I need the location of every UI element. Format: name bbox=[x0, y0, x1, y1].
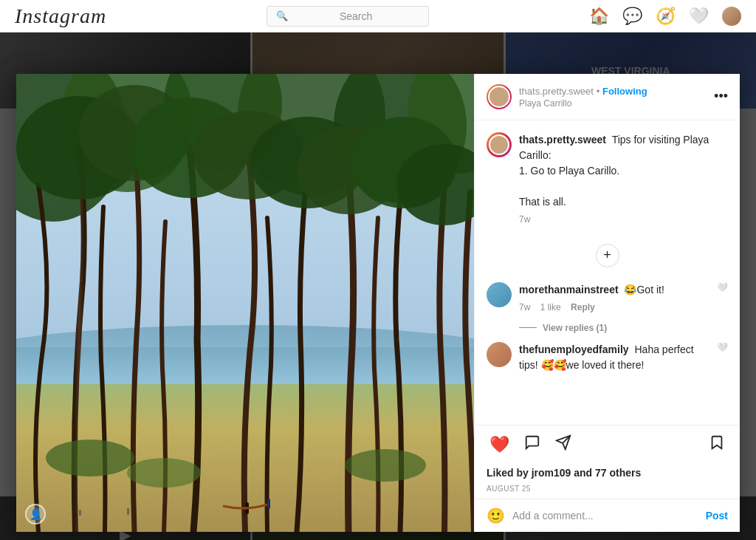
replies-line bbox=[519, 327, 537, 328]
post-author-info: thats.pretty.sweet • Following Playa Car… bbox=[519, 85, 707, 109]
comment-1-avatar[interactable] bbox=[487, 282, 512, 307]
comment-2: thefunemployedfamily Haha perfect tips! … bbox=[487, 342, 728, 373]
app-header: Instagram 🔍 🏠 💬 🧭 🤍 bbox=[0, 0, 756, 33]
comments-scroll-area[interactable]: thats.pretty.sweet Tips for visiting Pla… bbox=[475, 120, 740, 425]
comment-2-avatar[interactable] bbox=[487, 342, 512, 367]
caption-body: thats.pretty.sweet Tips for visiting Pla… bbox=[519, 132, 728, 226]
search-icon: 🔍 bbox=[276, 10, 288, 21]
svg-point-18 bbox=[46, 440, 134, 476]
share-icon bbox=[555, 434, 571, 451]
svg-rect-22 bbox=[267, 499, 270, 509]
instagram-logo: Instagram bbox=[15, 4, 106, 28]
add-comment-input[interactable] bbox=[512, 510, 698, 522]
following-label[interactable]: Following bbox=[602, 86, 647, 97]
username-text: thats.pretty.sweet bbox=[519, 86, 594, 97]
svg-rect-23 bbox=[79, 510, 81, 516]
comment-2-body: thefunemployedfamily Haha perfect tips! … bbox=[519, 342, 709, 373]
share-button[interactable] bbox=[552, 431, 574, 458]
caption-username[interactable]: thats.pretty.sweet bbox=[519, 134, 606, 146]
search-bar[interactable]: 🔍 bbox=[267, 6, 429, 27]
comment-1-likes: 1 like bbox=[540, 302, 561, 312]
comment-1-meta: 7w 1 like Reply bbox=[519, 301, 709, 314]
caption-time: 7w bbox=[519, 213, 728, 226]
post-caption: thats.pretty.sweet Tips for visiting Pla… bbox=[487, 132, 728, 226]
search-input[interactable] bbox=[292, 10, 419, 22]
add-reaction-row: + bbox=[487, 238, 728, 273]
post-comment-button[interactable]: Post bbox=[706, 510, 728, 522]
add-reaction-button[interactable]: + bbox=[596, 244, 619, 267]
comment-1-reply-btn[interactable]: Reply bbox=[571, 302, 595, 312]
comment-1-body: morethanmainstreet 😂Got it! 7w 1 like Re… bbox=[519, 282, 709, 314]
plus-icon: + bbox=[603, 247, 611, 263]
post-author-avatar[interactable] bbox=[487, 84, 512, 109]
post-user-icon: 👤 bbox=[25, 504, 46, 524]
heart-icon[interactable]: 🤍 bbox=[689, 7, 709, 26]
comment-1-row: morethanmainstreet 😂Got it! 7w 1 like Re… bbox=[487, 282, 728, 314]
post-header: thats.pretty.sweet • Following Playa Car… bbox=[475, 74, 740, 120]
comment-1-time: 7w bbox=[519, 302, 530, 312]
avatar[interactable] bbox=[722, 7, 741, 26]
comment-2-row: thefunemployedfamily Haha perfect tips! … bbox=[487, 342, 728, 373]
comments-panel: thats.pretty.sweet • Following Playa Car… bbox=[474, 74, 740, 532]
svg-point-20 bbox=[345, 449, 426, 482]
post-date: AUGUST 25 bbox=[475, 483, 740, 499]
comment-1-username[interactable]: morethanmainstreet bbox=[519, 284, 619, 295]
svg-rect-24 bbox=[127, 508, 129, 515]
view-replies-1[interactable]: View replies (1) bbox=[519, 323, 728, 333]
post-location: Playa Carrillo bbox=[519, 98, 707, 109]
post-image: 👤 bbox=[16, 74, 474, 532]
modal-overlay: ‹ bbox=[0, 33, 756, 540]
comment-icon bbox=[524, 434, 540, 451]
post-author-name[interactable]: thats.pretty.sweet • Following bbox=[519, 85, 707, 97]
view-replies-label[interactable]: View replies (1) bbox=[543, 323, 607, 333]
feed-area: WEST VIRGINIA ‹ bbox=[0, 33, 756, 540]
home-icon[interactable]: 🏠 bbox=[589, 7, 609, 26]
post-actions-bar: ❤️ bbox=[475, 425, 740, 464]
messenger-icon[interactable]: 💬 bbox=[622, 7, 642, 26]
header-nav: 🏠 💬 🧭 🤍 bbox=[589, 7, 741, 26]
comment-1: morethanmainstreet 😂Got it! 7w 1 like Re… bbox=[487, 282, 728, 333]
comment-2-username[interactable]: thefunemployedfamily bbox=[519, 344, 629, 355]
svg-point-19 bbox=[127, 458, 201, 488]
bookmark-button[interactable] bbox=[706, 431, 728, 458]
comment-1-like-btn[interactable]: 🤍 bbox=[717, 282, 728, 293]
add-comment-bar: 🙂 Post bbox=[475, 499, 740, 532]
likes-section[interactable]: Liked by jrom109 and 77 others bbox=[475, 464, 740, 483]
emoji-picker-button[interactable]: 🙂 bbox=[487, 507, 505, 524]
comment-button[interactable] bbox=[521, 431, 543, 458]
comment-1-text: 😂Got it! bbox=[624, 284, 664, 295]
bookmark-icon bbox=[709, 434, 725, 451]
compass-icon[interactable]: 🧭 bbox=[656, 7, 676, 26]
like-button[interactable]: ❤️ bbox=[487, 432, 512, 457]
post-modal: 👤 thats.pretty.sweet • Following bbox=[16, 74, 740, 532]
more-options-icon[interactable]: ••• bbox=[714, 89, 728, 104]
separator: • bbox=[597, 86, 602, 97]
comment-2-like-btn[interactable]: 🤍 bbox=[717, 342, 728, 352]
caption-author-avatar[interactable] bbox=[487, 132, 512, 157]
